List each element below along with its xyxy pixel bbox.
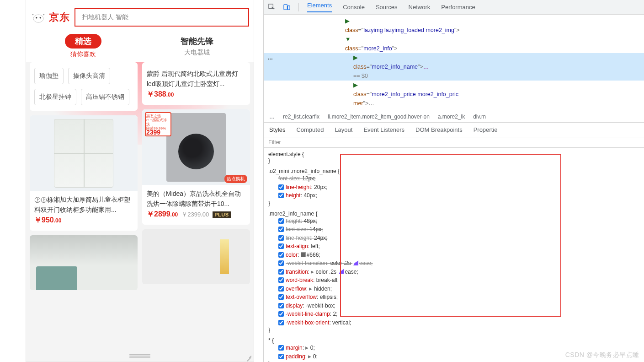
product-image bbox=[142, 229, 250, 284]
svg-point-1 bbox=[36, 17, 37, 18]
property-toggle[interactable] bbox=[278, 227, 284, 232]
product-desc: 美的（Midea）京品洗衣机全自动洗烘一体除螨除菌带烘干10... bbox=[142, 185, 250, 208]
tag-item[interactable]: 摄像头高清 bbox=[68, 68, 110, 84]
old-price: ￥2399.00 bbox=[181, 211, 209, 219]
plus-badge: PLUS bbox=[213, 211, 230, 218]
svg-rect-4 bbox=[284, 5, 287, 10]
tab-performance[interactable]: Performance bbox=[441, 4, 475, 11]
search-input[interactable]: 扫地机器人 智能 bbox=[75, 8, 249, 27]
rule-more2-info-name[interactable]: .more2_info_name {height: 48px;font-size… bbox=[264, 209, 644, 336]
tab-elements[interactable]: Elements bbox=[307, 2, 332, 12]
property-toggle[interactable] bbox=[278, 252, 284, 258]
rule-element-style[interactable]: element.style { } bbox=[264, 150, 644, 167]
jd-dog-icon bbox=[31, 11, 46, 23]
dom-tree[interactable]: … ▶class="lazyimg lazyimg_loaded more2_i… bbox=[264, 15, 644, 111]
tab-smart[interactable]: 智能先锋 大电器城 bbox=[140, 30, 254, 62]
product-price: ￥950.00 bbox=[34, 216, 61, 225]
product-price: ￥388.00 bbox=[147, 90, 174, 99]
property-toggle[interactable] bbox=[278, 354, 284, 359]
tab-sources[interactable]: Sources bbox=[376, 4, 398, 11]
inspect-icon[interactable] bbox=[268, 4, 275, 11]
feed-area[interactable]: 瑜伽垫 摄像头高清 北极星挂钟 高压锅不锈钢 ㊤㊤栎湘加大加厚简易儿童衣柜塑料双… bbox=[26, 62, 254, 362]
property-toggle[interactable] bbox=[278, 286, 284, 292]
devtools-tabs: Elements Console Sources Network Perform… bbox=[307, 0, 475, 14]
product-price: ￥2899.00 bbox=[147, 210, 178, 219]
property-toggle[interactable] bbox=[278, 269, 284, 275]
resize-corner-icon[interactable] bbox=[245, 353, 252, 360]
subtab-computed[interactable]: Computed bbox=[296, 126, 324, 133]
property-toggle[interactable] bbox=[278, 320, 284, 325]
property-toggle[interactable] bbox=[278, 260, 284, 266]
tag-item[interactable]: 瑜伽垫 bbox=[34, 68, 64, 84]
tab-featured-pill: 精选 bbox=[65, 34, 101, 49]
breadcrumb[interactable]: … re2_list.clearfix li.more2_item.more2_… bbox=[264, 111, 644, 123]
tag-item[interactable]: 北极星挂钟 bbox=[34, 89, 76, 105]
mobile-header: 京东 扫地机器人 智能 bbox=[26, 0, 254, 30]
watermark: CSDN @今晚务必早点睡 bbox=[565, 351, 639, 359]
product-card-lamp1[interactable] bbox=[30, 235, 138, 290]
hot-badge: 热点购机 bbox=[224, 175, 247, 183]
product-card-ceiling-light[interactable]: 蒙爵 后现代简约北欧式儿童房灯led吸顶灯儿童灯主卧室灯... ￥388.00 bbox=[142, 62, 250, 105]
devtools-panel: Elements Console Sources Network Perform… bbox=[263, 0, 644, 362]
tab-console[interactable]: Console bbox=[343, 4, 365, 11]
subtab-styles[interactable]: Styles bbox=[269, 126, 285, 133]
property-toggle[interactable] bbox=[278, 235, 284, 241]
property-toggle[interactable] bbox=[278, 311, 284, 317]
drag-handle-icon[interactable] bbox=[129, 354, 150, 358]
tab-featured[interactable]: 精选 猜你喜欢 bbox=[26, 30, 140, 62]
property-toggle[interactable] bbox=[278, 294, 284, 300]
rule-o2mini[interactable]: .o2_mini .more2_info_name {font-size: 12… bbox=[264, 167, 644, 209]
styles-subtabs: Styles Computed Layout Event Listeners D… bbox=[264, 123, 644, 137]
tab-smart-sub: 大电器城 bbox=[184, 49, 210, 57]
product-desc: 蒙爵 后现代简约北欧式儿童房灯led吸顶灯儿童灯主卧室灯... bbox=[142, 65, 250, 88]
svg-rect-5 bbox=[287, 6, 290, 10]
subtab-layout[interactable]: Layout bbox=[335, 126, 352, 133]
property-toggle[interactable] bbox=[278, 345, 284, 351]
category-tabs: 精选 猜你喜欢 智能先锋 大电器城 bbox=[26, 30, 254, 62]
device-toggle-icon[interactable] bbox=[283, 4, 290, 11]
property-toggle[interactable] bbox=[278, 277, 284, 283]
subtab-properties[interactable]: Propertie bbox=[474, 126, 498, 133]
styles-filter-input[interactable]: Filter bbox=[264, 137, 644, 148]
tab-network[interactable]: Network bbox=[409, 4, 431, 11]
promo-sticker: 惠态之选 C.T感应式净洗 除菌99.99% 2399 bbox=[145, 112, 171, 136]
subtab-dom-breakpoints[interactable]: DOM Breakpoints bbox=[415, 126, 463, 133]
product-image bbox=[30, 115, 138, 191]
tab-featured-sub: 猜你喜欢 bbox=[70, 50, 96, 59]
svg-point-2 bbox=[40, 17, 41, 18]
hot-tags-card: 瑜伽垫 摄像头高清 北极星挂钟 高压锅不锈钢 bbox=[30, 62, 138, 111]
jd-logo-text: 京东 bbox=[49, 11, 70, 24]
product-desc: ㊤㊤栎湘加大加厚简易儿童衣柜塑料双开门收纳柜多功能家用... bbox=[30, 191, 138, 214]
devtools-toolbar: Elements Console Sources Network Perform… bbox=[264, 0, 644, 15]
subtab-event-listeners[interactable]: Event Listeners bbox=[363, 126, 404, 133]
jd-logo[interactable]: 京东 bbox=[31, 11, 70, 24]
tag-item[interactable]: 高压锅不锈钢 bbox=[81, 89, 129, 105]
search-placeholder: 扫地机器人 智能 bbox=[82, 13, 128, 22]
styles-pane[interactable]: element.style { } .o2_mini .more2_info_n… bbox=[264, 148, 644, 362]
mobile-viewport: 京东 扫地机器人 智能 精选 猜你喜欢 智能先锋 大电器城 bbox=[26, 0, 254, 362]
property-toggle[interactable] bbox=[278, 184, 284, 190]
property-toggle[interactable] bbox=[278, 303, 284, 308]
product-image: 惠态之选 C.T感应式净洗 除菌99.99% 2399 热点购机 bbox=[142, 109, 250, 185]
property-toggle[interactable] bbox=[278, 218, 284, 224]
product-card-lamp2[interactable] bbox=[142, 229, 250, 284]
svg-point-0 bbox=[33, 15, 43, 22]
property-toggle[interactable] bbox=[278, 243, 284, 249]
mobile-preview-pane: 京东 扫地机器人 智能 精选 猜你喜欢 智能先锋 大电器城 bbox=[0, 0, 263, 362]
product-card-wardrobe[interactable]: ㊤㊤栎湘加大加厚简易儿童衣柜塑料双开门收纳柜多功能家用... ￥950.00 bbox=[30, 115, 138, 231]
tab-smart-title: 智能先锋 bbox=[181, 36, 213, 47]
product-image bbox=[30, 235, 138, 290]
product-card-washer[interactable]: 惠态之选 C.T感应式净洗 除菌99.99% 2399 热点购机 美的（Mide… bbox=[142, 109, 250, 225]
ellipsis-gutter: … bbox=[264, 53, 277, 62]
property-toggle[interactable] bbox=[278, 193, 284, 198]
